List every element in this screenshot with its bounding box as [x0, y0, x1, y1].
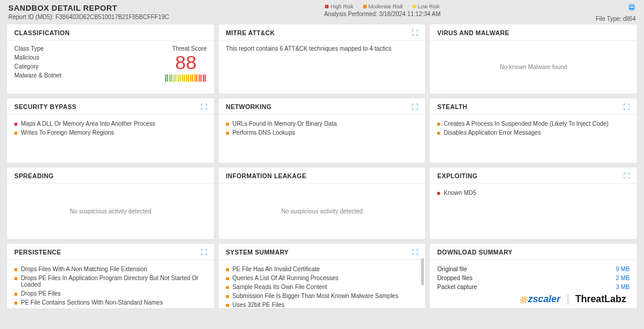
list-item-text: Maps A DLL Or Memory Area Into Another P… [21, 120, 155, 127]
list-item-text: PE File Has An Invalid Certificate [233, 266, 320, 272]
list-item-text: Queries A List Of All Running Processes [233, 275, 339, 281]
card-title: SECURITY BYPASS [14, 103, 76, 110]
list-item: Queries A List Of All Running Processes [226, 274, 419, 283]
risk-bullet [14, 277, 17, 280]
risk-bullet [437, 123, 440, 126]
list-item-text: Drops Files With A Non Matching File Ext… [21, 266, 147, 272]
legend-dot-low [413, 5, 416, 8]
legend-dot-high [325, 5, 329, 8]
risk-bullet [14, 293, 17, 296]
list-item-text: Submission File Is Bigger Than Most Know… [233, 293, 398, 299]
list-item-text: Creates A Process In Suspended Mode (Lik… [444, 120, 608, 127]
networking-list: URLs Found In Memory Or Binary DataPerfo… [226, 119, 419, 137]
card-title: MITRE ATT&CK [226, 29, 275, 36]
virus-card: VIRUS AND MALWARE No known Malware found [430, 24, 637, 94]
expand-icon[interactable]: ⛶ [411, 29, 418, 36]
list-item: Sample Reads Its Own File Content [226, 283, 419, 291]
card-title: INFORMATION LEAKAGE [226, 172, 306, 179]
stealth-list: Creates A Process In Suspended Mode (Lik… [437, 119, 630, 137]
risk-legend: High Risk Moderate Risk Low Risk [169, 4, 596, 10]
report-id: Report ID (MD5): F386403D62CB510017B21F8… [8, 14, 169, 20]
list-item: Disables Application Error Messages [437, 128, 630, 137]
system-summary-card: SYSTEM SUMMARY ⛶ PE File Has An Invalid … [219, 244, 426, 308]
list-item: Creates Temporary Files [14, 307, 207, 308]
download-row[interactable]: Dropped files2 MB [437, 274, 630, 283]
risk-bullet [14, 132, 17, 135]
list-item: Drops Files With A Non Matching File Ext… [14, 265, 207, 274]
list-item-text: Known MD5 [444, 190, 476, 196]
expand-icon[interactable]: ⛶ [623, 103, 630, 110]
download-size: 2 MB [616, 275, 630, 281]
expand-icon[interactable]: ⛶ [200, 103, 207, 110]
list-item: Submission File Is Bigger Than Most Know… [226, 291, 419, 300]
category-label: Category [14, 63, 61, 70]
card-title: DOWNLOAD SUMMARY [437, 249, 512, 256]
risk-bullet [226, 304, 229, 307]
classification-card: CLASSIFICATION Class Type Malicious Cate… [7, 24, 214, 94]
exploiting-card: EXPLOITING ⛶ Known MD5 [430, 167, 637, 239]
legend-label-high: High Risk [330, 4, 354, 10]
threat-score-value: 88 [165, 53, 207, 72]
download-row[interactable]: Original file9 MB [437, 265, 630, 274]
bypass-list: Maps A DLL Or Memory Area Into Another P… [14, 119, 207, 137]
list-item-text: URLs Found In Memory Or Binary Data [233, 120, 337, 127]
list-item: Drops PE Files In Application Program Di… [14, 274, 207, 289]
list-item-text: Drops PE Files [21, 290, 61, 297]
list-item-text: Writes To Foreign Memory Regions [21, 129, 114, 136]
risk-bullet [14, 302, 17, 305]
stealth-card: STEALTH ⛶ Creates A Process In Suspended… [430, 98, 637, 163]
persistence-card: PERSISTENCE ⛶ Drops Files With A Non Mat… [7, 244, 214, 308]
legend-dot-moderate [363, 5, 367, 8]
list-item: Uses 32bit PE Files [226, 300, 419, 308]
analysis-timestamp: Analysis Performed: 3/18/2024 11:12:34 A… [169, 11, 596, 17]
list-item: Maps A DLL Or Memory Area Into Another P… [14, 119, 207, 128]
card-title: SYSTEM SUMMARY [226, 249, 289, 256]
leakage-card: INFORMATION LEAKAGE No suspicious activi… [219, 167, 426, 239]
spreading-text: No suspicious activity detected [70, 208, 151, 215]
risk-bullet [226, 277, 229, 280]
list-item: Performs DNS Lookups [226, 128, 419, 137]
system-list: PE File Has An Invalid CertificateQuerie… [226, 265, 419, 308]
list-item: Creates A Process In Suspended Mode (Lik… [437, 119, 630, 128]
download-size: 9 MB [616, 266, 630, 272]
risk-bullet [226, 295, 229, 298]
spreading-card: SPREADING No suspicious activity detecte… [7, 167, 214, 239]
expand-icon[interactable]: ⛶ [200, 249, 207, 256]
list-item-text: Uses 32bit PE Files [233, 302, 284, 308]
download-row[interactable]: Packet capture3 MB [437, 283, 630, 291]
risk-bullet [226, 286, 229, 289]
risk-bullet [226, 132, 229, 135]
print-icon[interactable] [628, 4, 636, 13]
expand-icon[interactable]: ⛶ [623, 172, 630, 179]
risk-bullet [226, 123, 229, 126]
legend-label-moderate: Moderate Risk [369, 4, 403, 10]
card-title: EXPLOITING [437, 172, 478, 179]
download-label: Original file [437, 266, 467, 272]
virus-text: No known Malware found [500, 64, 567, 70]
legend-label-low: Low Risk [418, 4, 440, 10]
mitre-card: MITRE ATT&CK ⛶ This report contains 6 AT… [219, 24, 426, 94]
risk-bullet [14, 268, 17, 271]
report-grid: CLASSIFICATION Class Type Malicious Cate… [0, 24, 644, 313]
exploiting-list: Known MD5 [437, 188, 630, 197]
list-item: PE File Contains Sections With Non-Stand… [14, 298, 207, 307]
page-title: SANDBOX DETAIL REPORT [8, 4, 169, 13]
class-type-value: Malicious [14, 54, 61, 61]
list-item: PE File Has An Invalid Certificate [226, 265, 419, 274]
mitre-text: This report contains 6 ATT&CK techniques… [226, 45, 392, 52]
list-item-text: Drops PE Files In Application Program Di… [21, 275, 207, 288]
card-title: PERSISTENCE [14, 249, 61, 256]
threatlabz-logo: ThreatLabz [575, 294, 626, 305]
card-title: SPREADING [14, 172, 54, 179]
card-title: NETWORKING [226, 103, 272, 110]
list-item-text: PE File Contains Sections With Non-Stand… [21, 299, 163, 306]
list-item: Drops PE Files [14, 289, 207, 298]
expand-icon[interactable]: ⛶ [411, 103, 418, 110]
report-header: SANDBOX DETAIL REPORT Report ID (MD5): F… [0, 0, 644, 24]
brand-footer: 🔆zscaler ThreatLabz [509, 291, 636, 307]
expand-icon[interactable]: ⛶ [411, 249, 418, 256]
leakage-text: No suspicious activity detected [281, 208, 363, 215]
risk-bullet [14, 123, 17, 126]
card-title: CLASSIFICATION [14, 29, 70, 36]
download-label: Dropped files [437, 275, 472, 281]
